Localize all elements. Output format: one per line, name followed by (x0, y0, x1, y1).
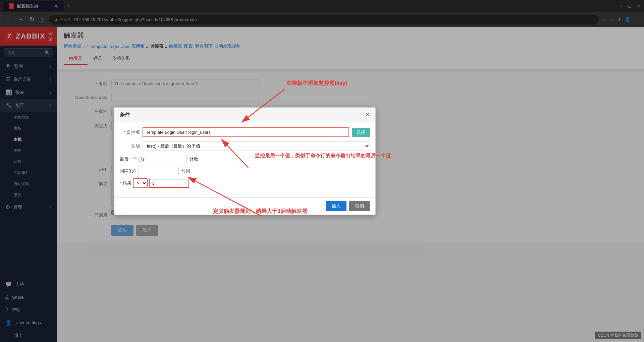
modal-footer: 插入 取消 (114, 197, 375, 215)
modal-dialog: 条件 ✕ 监控项 选择 功能 last() - 最后（最近）的 T 值 avg(… (114, 107, 376, 215)
interval-input[interactable] (139, 167, 179, 175)
watermark: CSDN @我的紫霞妹妹 (595, 332, 641, 339)
modal-row-interval: 间隔(秒) 时间 (120, 167, 370, 175)
count-label: 计数 (190, 156, 198, 162)
select-monitor-btn[interactable]: 选择 (352, 128, 370, 137)
result-value-input[interactable] (149, 179, 189, 188)
modal-row-result: 结果 > < = (120, 178, 370, 188)
modal-title: 条件 (120, 112, 130, 118)
modal-row-func: 功能 last() - 最后（最近）的 T 值 avg() - 平均值 min(… (120, 141, 370, 151)
modal-close-btn[interactable]: ✕ (365, 111, 370, 118)
modal-row-monitor: 监控项 选择 (120, 127, 370, 137)
modal-row-last-t: 最后一个 (T) 计数 (120, 155, 370, 163)
modal-cancel-btn[interactable]: 取消 (349, 201, 370, 211)
func-label: 功能 (120, 143, 140, 149)
last-t-input[interactable] (147, 155, 187, 163)
result-label: 结果 (120, 180, 131, 186)
modal-header: 条件 ✕ (114, 108, 375, 122)
time-label: 时间 (181, 168, 190, 174)
interval-label: 间隔(秒) (120, 168, 136, 174)
result-operator-select[interactable]: > < = (133, 178, 148, 188)
last-t-label: 最后一个 (T) (120, 156, 144, 162)
insert-btn[interactable]: 插入 (326, 201, 346, 211)
modal-overlay: 条件 ✕ 监控项 选择 功能 last() - 最后（最近）的 T 值 avg(… (0, 0, 644, 342)
modal-body: 监控项 选择 功能 last() - 最后（最近）的 T 值 avg() - 平… (114, 122, 375, 197)
monitor-label: 监控项 (120, 129, 140, 135)
monitor-item-input[interactable] (143, 127, 349, 137)
func-select[interactable]: last() - 最后（最近）的 T 值 avg() - 平均值 min() -… (143, 141, 370, 151)
